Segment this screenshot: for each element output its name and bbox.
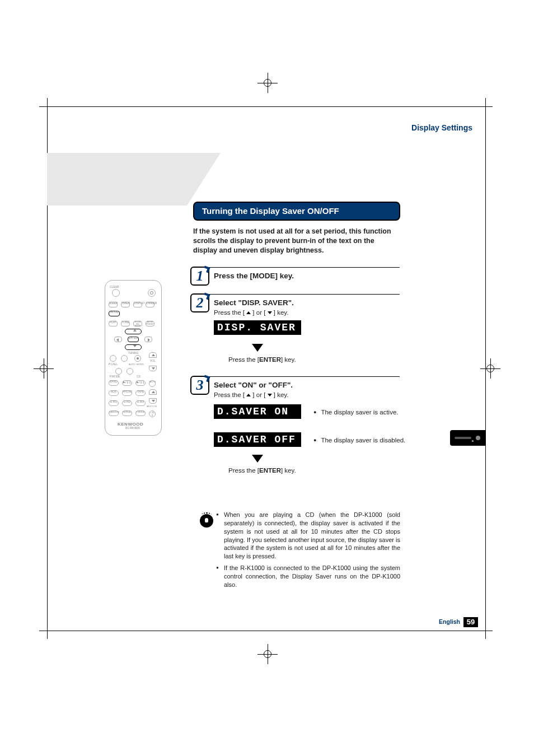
step-2-enter: Press the [ENTER] key. bbox=[228, 356, 296, 363]
lcd-display-off: D.SAVER OFF bbox=[214, 432, 301, 447]
manual-page: Display Settings Turning the Display Sav… bbox=[0, 0, 534, 756]
automono-label: AUTO / MONO bbox=[129, 363, 144, 366]
tip-item: If the R-K1000 is connected to the DP-K1… bbox=[218, 564, 400, 589]
lightbulb-icon bbox=[200, 514, 213, 528]
multich-label: MULTI CH bbox=[147, 406, 157, 408]
vol-label: VOL bbox=[150, 360, 156, 363]
clear-label: CLEAR bbox=[110, 285, 119, 288]
registration-mark-bottom bbox=[257, 644, 278, 664]
vol-up-button bbox=[149, 352, 157, 358]
roomeq-button: ROOM EQ MODE bbox=[133, 321, 142, 326]
step-3-title: Select "ON" or "OFF". bbox=[214, 381, 293, 389]
tape-button: TAPE bbox=[135, 390, 146, 396]
nav-cluster: ENTER bbox=[122, 329, 144, 351]
right-key bbox=[144, 337, 152, 342]
enter-key-highlighted: ENTER bbox=[128, 337, 139, 342]
display-button: DISPLAY bbox=[133, 302, 142, 307]
down-arrow-icon bbox=[268, 311, 272, 314]
footer-language: English bbox=[439, 618, 460, 625]
intro-text: If the system is not used at all for a s… bbox=[193, 227, 399, 255]
tune-up-button bbox=[121, 355, 128, 362]
model-number: RC-RK0605 bbox=[125, 427, 140, 430]
lcd-display-disp-saver: DISP. SAVER bbox=[214, 320, 301, 335]
tip-item: When you are playing a CD (when the DP-K… bbox=[218, 511, 400, 561]
note-off: The display saver is disabled. bbox=[313, 437, 405, 444]
down-key-icon bbox=[133, 345, 137, 347]
step-number-2: 2 bbox=[190, 293, 209, 312]
tuning-label: TUNING bbox=[125, 352, 142, 355]
down-arrow-icon bbox=[252, 344, 263, 352]
dot-button bbox=[134, 355, 141, 362]
cd-label: CD bbox=[137, 376, 140, 379]
crop-mark bbox=[39, 631, 493, 631]
tone-button: TONE bbox=[121, 321, 130, 326]
receiver-icon bbox=[450, 430, 486, 446]
up-arrow-icon bbox=[246, 311, 251, 314]
lcd-display-on: D.SAVER ON bbox=[214, 404, 301, 419]
band-button: BAND bbox=[109, 380, 119, 386]
section-header: Display Settings bbox=[411, 123, 472, 132]
decorative-wedge bbox=[47, 153, 187, 206]
down-arrow-icon bbox=[252, 455, 263, 463]
brand-logo: KENWOOD bbox=[118, 422, 143, 427]
step-3-enter: Press the [ENTER] key. bbox=[228, 467, 296, 474]
note-on: The display saver is active. bbox=[313, 409, 399, 416]
timer-button: TIMER bbox=[121, 302, 130, 307]
pcall-label: P.CALL bbox=[109, 363, 118, 366]
sleep-button: SLEEP bbox=[109, 302, 118, 307]
din1-button: D.IN1 bbox=[109, 400, 119, 406]
step-2-title: Select "DISP. SAVER". bbox=[214, 298, 294, 307]
section-title-bar: Turning the Display Saver ON/OFF bbox=[193, 202, 400, 221]
pcall-up-button bbox=[127, 368, 133, 375]
registration-mark-top bbox=[257, 73, 278, 93]
vol-down-button bbox=[149, 366, 157, 371]
dimmer-button: DIMMER bbox=[146, 302, 154, 307]
section-title: Turning the Display Saver ON/OFF bbox=[202, 206, 339, 216]
up-arrow-icon bbox=[246, 394, 251, 396]
remote-control-diagram: CLEAR SLEEP TIMER DISPLAY DIMMER MODE FL… bbox=[105, 280, 162, 436]
crop-mark bbox=[39, 106, 493, 107]
left-key bbox=[114, 337, 122, 342]
step-3-instruction: Press the [ ] or [ ] key. bbox=[214, 391, 288, 398]
step-divider bbox=[196, 267, 400, 268]
plus10-button: +10 0 bbox=[149, 410, 156, 417]
clear-button bbox=[112, 289, 120, 297]
din3-button: D.IN3 bbox=[135, 400, 146, 406]
mute-button: MUTE bbox=[149, 380, 156, 387]
random-button: RANDOM bbox=[109, 410, 119, 416]
step-number-3: 3 bbox=[190, 376, 209, 395]
repeat-button: REPEAT bbox=[122, 410, 132, 416]
registration-mark-right bbox=[480, 358, 500, 379]
step-divider bbox=[196, 376, 400, 377]
eject-up-button bbox=[149, 389, 157, 395]
pmode-label: P.MODE bbox=[110, 376, 120, 379]
step-divider bbox=[196, 294, 400, 295]
mode-button-highlighted: MODE bbox=[109, 311, 120, 316]
power-button bbox=[148, 289, 156, 297]
phono-button: PHONO bbox=[122, 390, 132, 396]
din2-button: D.IN2 bbox=[122, 400, 132, 406]
play-pause-2-button: ▶/❙❙ bbox=[135, 380, 146, 386]
step-2-instruction: Press the [ ] or [ ] key. bbox=[214, 309, 288, 316]
flat-button: FLAT bbox=[109, 321, 118, 326]
aux-button: AUX bbox=[109, 390, 119, 396]
down-arrow-icon bbox=[268, 394, 272, 396]
tune-down-button bbox=[110, 355, 116, 362]
tips-list: When you are playing a CD (when the DP-K… bbox=[218, 511, 400, 592]
preset-button: AS/RE PRESET bbox=[146, 321, 154, 326]
pmode2-button: P.MODE bbox=[135, 410, 146, 416]
pcall-down-button bbox=[115, 368, 122, 375]
footer-page-number: 59 bbox=[463, 617, 478, 627]
step-number-1: 1 bbox=[190, 267, 209, 286]
step-1-title: Press the [MODE] key. bbox=[214, 272, 294, 280]
eject-down-button bbox=[149, 398, 157, 404]
up-key-icon bbox=[133, 329, 137, 332]
registration-mark-left bbox=[34, 358, 54, 379]
play-pause-1-button: ▶/❙❙ bbox=[122, 380, 132, 386]
